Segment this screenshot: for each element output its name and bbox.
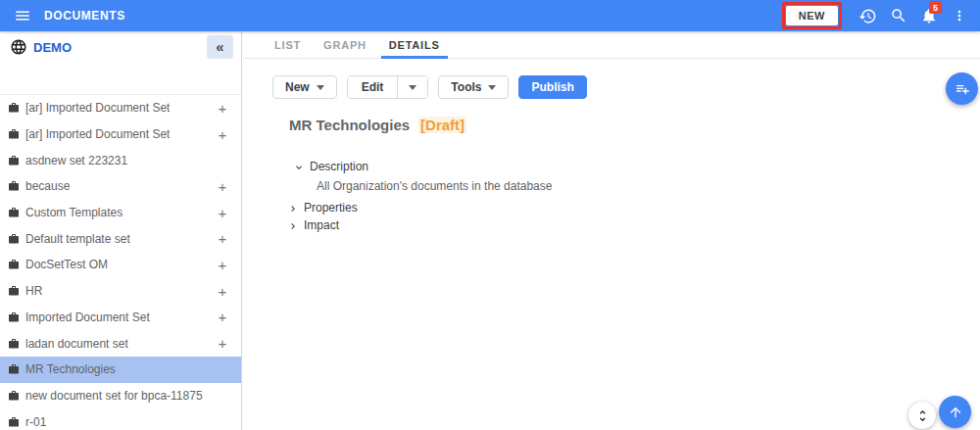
expand-plus-icon[interactable]: +	[217, 310, 228, 324]
edit-split-button: Edit	[347, 75, 429, 99]
expand-plus-icon[interactable]: +	[217, 336, 228, 351]
sidebar-item[interactable]: new document set for bpca-11875	[0, 383, 241, 409]
expand-plus-icon[interactable]: +	[217, 101, 228, 116]
search-icon[interactable]	[883, 0, 913, 31]
sidebar-item[interactable]: ladan document set+	[0, 330, 241, 357]
document-title: MR Technologies[Draft]	[289, 117, 980, 133]
add-to-list-fab[interactable]	[946, 72, 978, 105]
publish-button[interactable]: Publish	[518, 75, 586, 99]
sidebar-item[interactable]: Imported Document Set+	[0, 305, 241, 331]
sidebar-item[interactable]: Custom Templates+	[0, 200, 241, 226]
sidebar-header: DEMO «	[0, 31, 241, 63]
toolbar: New Edit Tools Publish	[272, 75, 980, 99]
sidebar-item-label: HR	[25, 284, 42, 298]
workspace-title: DEMO	[33, 40, 72, 55]
section-label: Description	[310, 160, 368, 174]
edit-dropdown-button[interactable]	[397, 76, 427, 98]
scroll-unfold-button[interactable]	[908, 402, 936, 429]
notification-badge: 5	[929, 1, 942, 14]
expand-plus-icon[interactable]: +	[217, 206, 228, 220]
sidebar-item-label: r-01	[25, 415, 46, 429]
sidebar: DEMO « [ar] Imported Document Set+[ar] I…	[0, 31, 242, 430]
new-dropdown-label: New	[285, 80, 310, 94]
document-set-list: [ar] Imported Document Set+[ar] Imported…	[0, 94, 241, 430]
section-label: Properties	[304, 201, 358, 215]
sidebar-item-label: ladan document set	[25, 337, 128, 351]
section-toggle-impact[interactable]: Impact	[287, 218, 980, 233]
edit-button[interactable]: Edit	[348, 76, 398, 98]
expand-plus-icon[interactable]: +	[217, 258, 228, 272]
detail-sections: DescriptionAll Organization's documents …	[287, 160, 980, 233]
chevron-down-icon	[317, 85, 324, 90]
arrow-up-icon	[948, 405, 963, 420]
briefcase-icon	[8, 102, 20, 114]
top-bar: DOCUMENTS NEW 5	[0, 0, 980, 31]
new-dropdown-button[interactable]: New	[272, 75, 337, 99]
sidebar-item-label: [ar] Imported Document Set	[25, 101, 170, 115]
sidebar-item-label: Default template set	[25, 232, 130, 246]
globe-icon	[10, 38, 27, 56]
expand-plus-icon[interactable]: +	[217, 231, 228, 246]
section-toggle-properties[interactable]: Properties	[287, 201, 980, 215]
tab-graph[interactable]: GRAPH	[316, 31, 374, 58]
sidebar-item[interactable]: r-01	[0, 408, 241, 430]
new-button[interactable]: NEW	[786, 6, 838, 25]
briefcase-icon	[8, 416, 20, 428]
sidebar-item[interactable]: MR Technologies	[0, 357, 241, 383]
section-content: All Organization's documents in the data…	[317, 179, 980, 193]
tab-list[interactable]: LIST	[267, 31, 309, 58]
sidebar-item[interactable]: Default template set+	[0, 225, 241, 252]
section-toggle-description[interactable]: Description	[293, 160, 980, 174]
sidebar-collapse-icon[interactable]: «	[207, 35, 233, 59]
tools-dropdown-button[interactable]: Tools	[438, 75, 509, 99]
briefcase-icon	[8, 180, 20, 192]
app-title: DOCUMENTS	[44, 9, 125, 23]
playlist-add-icon	[955, 81, 970, 97]
document-title-text: MR Technologies	[289, 117, 410, 133]
chevron-right-icon	[287, 203, 299, 215]
expand-plus-icon[interactable]: +	[217, 284, 228, 299]
sidebar-item-label: MR Technologies	[25, 362, 116, 376]
sidebar-item-label: Imported Document Set	[25, 311, 150, 324]
briefcase-icon	[8, 338, 20, 350]
sidebar-item-label: [ar] Imported Document Set	[25, 127, 170, 141]
sidebar-item-label: new document set for bpca-11875	[25, 389, 203, 403]
chevron-down-icon	[293, 162, 305, 173]
tab-details[interactable]: DETAILS	[381, 31, 448, 58]
briefcase-icon	[8, 285, 20, 297]
history-icon[interactable]	[853, 0, 883, 31]
sidebar-item-label: because	[25, 179, 70, 193]
annotation-highlight: NEW	[782, 2, 842, 29]
chevron-down-icon	[409, 85, 416, 90]
sidebar-item[interactable]: asdnew set 223231	[0, 147, 241, 173]
status-badge: [Draft]	[418, 117, 466, 133]
sidebar-item[interactable]: DocSetTest OM+	[0, 252, 241, 278]
briefcase-icon	[8, 259, 20, 270]
sidebar-item[interactable]: HR+	[0, 278, 241, 305]
expand-plus-icon[interactable]: +	[217, 127, 228, 142]
notifications-bell-icon[interactable]: 5	[913, 0, 944, 31]
briefcase-icon	[8, 233, 20, 245]
briefcase-icon	[8, 207, 20, 218]
sidebar-item[interactable]: [ar] Imported Document Set+	[0, 121, 241, 148]
chevron-down-icon	[488, 85, 496, 90]
top-bar-actions: NEW 5	[782, 0, 980, 31]
briefcase-icon	[8, 363, 20, 375]
kebab-menu-icon[interactable]	[944, 0, 974, 31]
sidebar-item[interactable]: [ar] Imported Document Set+	[0, 95, 241, 121]
briefcase-icon	[8, 155, 20, 167]
chevron-right-icon	[287, 220, 299, 232]
sidebar-item[interactable]: because+	[0, 173, 241, 200]
expand-plus-icon[interactable]: +	[217, 179, 228, 194]
briefcase-icon	[8, 128, 20, 140]
main-content: LISTGRAPHDETAILS New Edit Tools Publish …	[243, 31, 980, 430]
sidebar-item-label: Custom Templates	[25, 206, 122, 219]
sidebar-item-label: DocSetTest OM	[25, 258, 108, 271]
tab-bar: LISTGRAPHDETAILS	[243, 31, 980, 59]
scroll-to-top-fab[interactable]	[939, 396, 971, 428]
briefcase-icon	[8, 311, 20, 323]
briefcase-icon	[8, 390, 20, 402]
menu-icon[interactable]	[13, 6, 32, 25]
tools-dropdown-label: Tools	[451, 80, 481, 94]
section-label: Impact	[304, 218, 339, 233]
